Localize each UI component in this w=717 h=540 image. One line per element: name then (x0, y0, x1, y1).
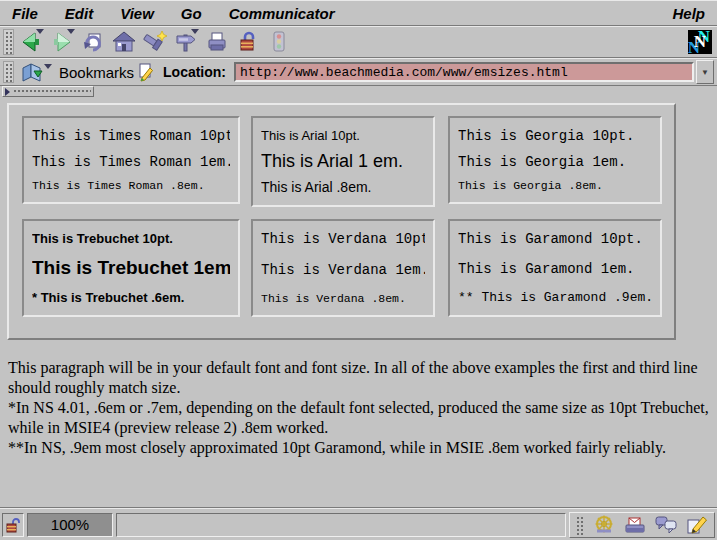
forward-menu-arrow-icon (67, 29, 75, 34)
collapsed-personal-toolbar-tab[interactable] (2, 86, 94, 97)
menu-help[interactable]: Help (672, 5, 705, 22)
sample-box-verdana: This is Verdana 10pt. This is Verdana 1e… (251, 219, 435, 317)
sample-line: This is Georgia 1em. (458, 154, 652, 170)
chevron-down-icon: ▼ (701, 68, 709, 77)
bookmarks-button[interactable]: Bookmarks (18, 61, 137, 83)
toolbar-grip[interactable] (3, 29, 14, 55)
home-icon (112, 30, 136, 54)
bookmarks-icon (21, 62, 43, 82)
ship-wheel-icon (593, 515, 615, 535)
reload-icon (81, 30, 105, 54)
home-button[interactable] (110, 29, 138, 55)
sample-line: This is Times Roman 1em. (32, 154, 230, 170)
sample-line: This is Times Roman 10pt. (32, 128, 230, 144)
url-input[interactable] (234, 62, 694, 82)
sample-line: This is Arial 10pt. (261, 128, 425, 143)
menu-file[interactable]: File (12, 5, 38, 22)
sample-box-arial: This is Arial 10pt. This is Arial 1 em. … (251, 116, 435, 207)
toolbar-tab-dots (13, 89, 91, 94)
sample-line: ** This is Garamond .9em. (458, 290, 652, 305)
navigation-toolbar: N (0, 26, 717, 58)
forward-button[interactable] (48, 29, 76, 55)
bookmarks-menu-arrow-icon (44, 64, 52, 69)
stop-button[interactable] (265, 29, 293, 55)
sample-line: * This is Trebuchet .6em. (32, 290, 230, 305)
navigator-button[interactable] (592, 515, 616, 535)
security-button[interactable] (234, 29, 262, 55)
back-menu-arrow-icon (36, 29, 44, 34)
mailbox-button[interactable] (623, 515, 647, 535)
sample-box-times: This is Times Roman 10pt. This is Times … (22, 116, 240, 204)
sample-box-trebuchet: This is Trebuchet 10pt. This is Trebuche… (22, 219, 240, 317)
url-dropdown-button[interactable]: ▼ (696, 60, 714, 84)
sample-line: This is Verdana 1em. (261, 262, 425, 278)
composer-button[interactable] (685, 515, 709, 535)
paragraph-line: **In NS, .9em most closely approximated … (8, 438, 710, 458)
sample-box-georgia: This is Georgia 10pt. This is Georgia 1e… (448, 116, 662, 204)
page-content: This is Times Roman 10pt. This is Times … (0, 86, 717, 508)
unlocked-padlock-icon (5, 517, 21, 533)
guide-menu-arrow-icon (191, 29, 199, 34)
sample-line: This is Arial 1 em. (261, 151, 425, 172)
body-paragraph: This paragraph will be in your default f… (8, 358, 710, 458)
back-button[interactable] (17, 29, 45, 55)
page-proxy-icon[interactable] (137, 62, 155, 82)
component-bar (569, 512, 715, 538)
sample-line: This is Trebuchet 1em. (32, 257, 230, 279)
netscape-logo[interactable]: N (688, 30, 712, 54)
expand-arrow-icon (5, 88, 10, 96)
component-bar-grip[interactable] (575, 515, 585, 535)
status-message (116, 513, 566, 537)
location-bar: Bookmarks Location: ▼ (0, 58, 717, 86)
sample-line: This is Trebuchet 10pt. (32, 231, 230, 246)
menu-view[interactable]: View (120, 5, 154, 22)
paragraph-line: *In NS 4.01, .6em or .7em, depending on … (8, 398, 710, 438)
sample-box-garamond: This is Garamond 10pt. This is Garamond … (448, 219, 662, 317)
print-icon (205, 30, 229, 54)
security-status-button[interactable] (2, 513, 24, 537)
sample-line: This is Verdana .8em. (261, 292, 425, 305)
sample-line: This is Garamond 10pt. (458, 231, 652, 247)
menu-bar: File Edit View Go Communicator Help (0, 0, 717, 26)
sample-line: This is Georgia 10pt. (458, 128, 652, 144)
sample-line: This is Garamond 1em. (458, 261, 652, 277)
stop-icon (267, 30, 291, 54)
sample-line: This is Times Roman .8em. (32, 179, 230, 192)
discussions-button[interactable] (654, 515, 678, 535)
menu-communicator[interactable]: Communicator (229, 5, 335, 22)
paragraph-line: This paragraph will be in your default f… (8, 358, 710, 398)
mailbox-icon (624, 515, 646, 535)
print-button[interactable] (203, 29, 231, 55)
progress-meter: 100% (27, 513, 113, 537)
browser-window: File Edit View Go Communicator Help (0, 0, 717, 540)
speech-bubbles-icon (655, 515, 677, 535)
location-label: Location: (163, 64, 226, 80)
menu-edit[interactable]: Edit (65, 5, 93, 22)
bookmarks-label: Bookmarks (59, 64, 134, 81)
sample-line: This is Georgia .8em. (458, 179, 652, 192)
menu-go[interactable]: Go (181, 5, 202, 22)
sample-line: This is Verdana 10pt. (261, 231, 425, 247)
location-bar-grip[interactable] (3, 61, 14, 83)
progress-value: 100% (51, 516, 89, 533)
composer-pen-icon (686, 515, 708, 535)
security-icon (236, 30, 260, 54)
sample-line: This is Arial .8em. (261, 179, 425, 195)
search-icon (143, 30, 167, 54)
reload-button[interactable] (79, 29, 107, 55)
status-bar: 100% (0, 508, 717, 540)
guide-button[interactable] (172, 29, 200, 55)
search-button[interactable] (141, 29, 169, 55)
